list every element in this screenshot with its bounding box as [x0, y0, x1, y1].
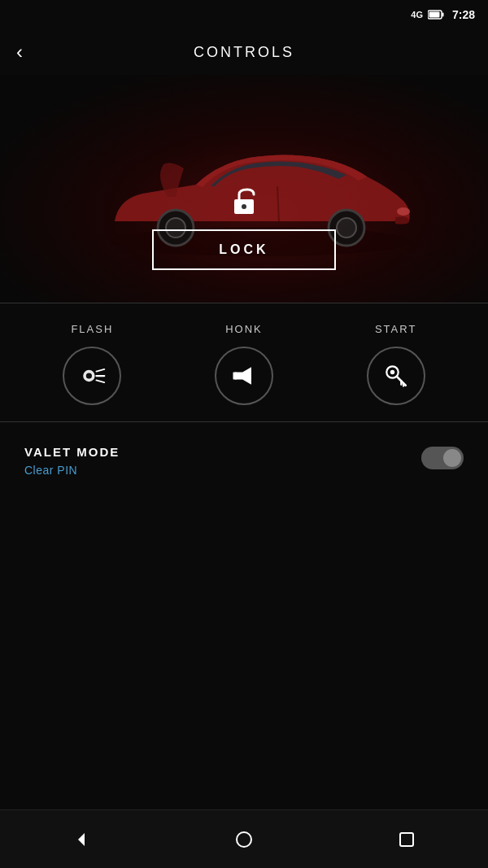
valet-mode-title: VALET MODE — [24, 445, 120, 459]
signal-indicator: 4G — [411, 10, 423, 20]
honk-control: HONK — [215, 323, 273, 405]
nav-recents-button[interactable] — [382, 823, 431, 856]
svg-point-9 — [397, 207, 410, 216]
start-button[interactable] — [367, 347, 425, 405]
toggle-thumb — [443, 449, 461, 467]
honk-button[interactable] — [215, 347, 273, 405]
flash-label: FLASH — [71, 323, 113, 335]
svg-line-15 — [97, 380, 105, 382]
battery-icon — [428, 10, 444, 20]
svg-point-16 — [86, 373, 92, 378]
toggle-track — [421, 447, 464, 469]
valet-section: VALET MODE Clear PIN — [0, 422, 488, 499]
svg-line-14 — [97, 369, 105, 372]
start-label: START — [375, 323, 416, 335]
flash-control: FLASH — [63, 323, 121, 405]
svg-point-11 — [242, 204, 246, 209]
back-button[interactable]: ‹ — [16, 42, 23, 62]
valet-info: VALET MODE Clear PIN — [24, 445, 120, 477]
car-section: LOCK — [0, 75, 488, 303]
svg-marker-23 — [78, 833, 85, 846]
honk-label: HONK — [225, 323, 263, 335]
svg-rect-25 — [400, 833, 413, 846]
unlock-icon — [231, 186, 257, 221]
svg-rect-17 — [233, 373, 237, 380]
start-control: START — [367, 323, 425, 405]
lock-icon-area: LOCK — [152, 186, 335, 270]
status-time: 7:28 — [452, 8, 475, 21]
nav-back-button[interactable] — [57, 823, 106, 856]
page-header: ‹ CONTROLS — [0, 29, 488, 75]
svg-rect-2 — [429, 12, 439, 18]
svg-point-8 — [337, 218, 356, 238]
page-title: CONTROLS — [194, 44, 294, 61]
clear-pin-link[interactable]: Clear PIN — [24, 464, 120, 477]
status-bar: 4G 7:28 — [0, 0, 488, 29]
valet-mode-toggle[interactable] — [421, 447, 464, 469]
svg-point-24 — [237, 832, 251, 847]
flash-button[interactable] — [63, 347, 121, 405]
nav-home-button[interactable] — [220, 823, 268, 856]
lock-button[interactable]: LOCK — [152, 229, 335, 270]
bottom-navigation — [0, 809, 488, 868]
controls-row: FLASH HONK START — [0, 303, 488, 421]
svg-rect-1 — [442, 13, 443, 17]
svg-point-19 — [390, 370, 394, 374]
